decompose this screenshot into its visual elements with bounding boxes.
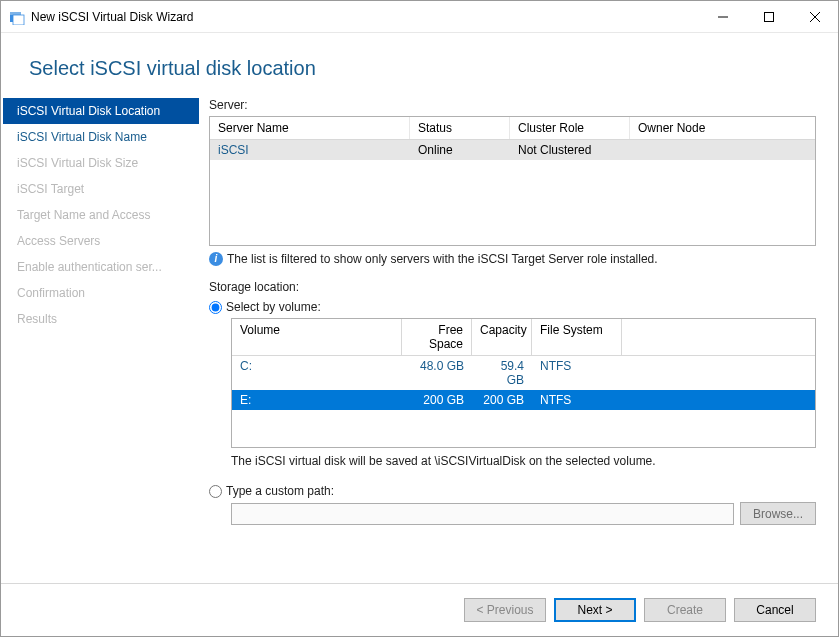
col-free-space[interactable]: Free Space (402, 319, 472, 355)
close-button[interactable] (792, 2, 838, 32)
titlebar: New iSCSI Virtual Disk Wizard (1, 1, 838, 33)
create-button: Create (644, 598, 726, 622)
storage-label: Storage location: (209, 280, 816, 294)
volume-row-e-name: E: (232, 390, 402, 410)
server-row-owner (630, 140, 750, 160)
radio-select-by-volume-label[interactable]: Select by volume: (226, 300, 321, 314)
wizard-body: iSCSI Virtual Disk Location iSCSI Virtua… (1, 98, 838, 583)
col-server-name[interactable]: Server Name (210, 117, 410, 139)
svg-rect-2 (13, 15, 24, 25)
col-file-system[interactable]: File System (532, 319, 622, 355)
server-grid-header: Server Name Status Cluster Role Owner No… (210, 117, 815, 140)
col-owner-node[interactable]: Owner Node (630, 117, 750, 139)
volume-row-e-cap: 200 GB (472, 390, 532, 410)
col-volume[interactable]: Volume (232, 319, 402, 355)
server-filter-info: i The list is filtered to show only serv… (209, 252, 816, 266)
info-icon: i (209, 252, 223, 266)
browse-button: Browse... (740, 502, 816, 525)
step-target-name: Target Name and Access (3, 202, 199, 228)
volume-row-c-cap: 59.4 GB (472, 356, 532, 390)
step-access-servers: Access Servers (3, 228, 199, 254)
volume-row-c-free: 48.0 GB (402, 356, 472, 390)
cancel-button[interactable]: Cancel (734, 598, 816, 622)
svg-rect-4 (765, 12, 774, 21)
step-location[interactable]: iSCSI Virtual Disk Location (3, 98, 199, 124)
step-disk-name[interactable]: iSCSI Virtual Disk Name (3, 124, 199, 150)
volume-row-e-fs: NTFS (532, 390, 622, 410)
volume-row-e[interactable]: E: 200 GB 200 GB NTFS (232, 390, 815, 410)
minimize-button[interactable] (700, 2, 746, 32)
volume-row-c[interactable]: C: 48.0 GB 59.4 GB NTFS (232, 356, 815, 390)
next-button[interactable]: Next > (554, 598, 636, 622)
volume-row-c-name: C: (232, 356, 402, 390)
step-disk-size: iSCSI Virtual Disk Size (3, 150, 199, 176)
server-row-status: Online (410, 140, 510, 160)
radio-custom-path[interactable] (209, 485, 222, 498)
wizard-content: Server: Server Name Status Cluster Role … (201, 98, 838, 583)
radio-select-by-volume-row: Select by volume: (209, 300, 816, 314)
volume-grid[interactable]: Volume Free Space Capacity File System C… (231, 318, 816, 448)
step-iscsi-target: iSCSI Target (3, 176, 199, 202)
volume-hint: The iSCSI virtual disk will be saved at … (231, 454, 816, 468)
step-confirmation: Confirmation (3, 280, 199, 306)
volume-grid-header: Volume Free Space Capacity File System (232, 319, 815, 356)
server-row[interactable]: iSCSI Online Not Clustered (210, 140, 815, 160)
server-grid[interactable]: Server Name Status Cluster Role Owner No… (209, 116, 816, 246)
server-row-cluster: Not Clustered (510, 140, 630, 160)
step-auth: Enable authentication ser... (3, 254, 199, 280)
info-text: The list is filtered to show only server… (227, 252, 658, 266)
volume-row-c-fs: NTFS (532, 356, 622, 390)
server-label: Server: (209, 98, 816, 112)
radio-custom-path-label[interactable]: Type a custom path: (226, 484, 334, 498)
col-status[interactable]: Status (410, 117, 510, 139)
page-title: Select iSCSI virtual disk location (1, 33, 838, 98)
wizard-icon (9, 9, 25, 25)
radio-select-by-volume[interactable] (209, 301, 222, 314)
window-controls (700, 2, 838, 32)
step-results: Results (3, 306, 199, 332)
col-cluster-role[interactable]: Cluster Role (510, 117, 630, 139)
wizard-steps: iSCSI Virtual Disk Location iSCSI Virtua… (1, 98, 201, 583)
wizard-footer: < Previous Next > Create Cancel (1, 583, 838, 636)
radio-custom-path-row: Type a custom path: (209, 484, 816, 498)
server-row-name: iSCSI (210, 140, 410, 160)
volume-row-e-free: 200 GB (402, 390, 472, 410)
window-title: New iSCSI Virtual Disk Wizard (31, 10, 700, 24)
svg-rect-1 (10, 12, 21, 15)
previous-button: < Previous (464, 598, 546, 622)
maximize-button[interactable] (746, 2, 792, 32)
custom-path-row: Browse... (231, 502, 816, 525)
custom-path-input (231, 503, 734, 525)
col-capacity[interactable]: Capacity (472, 319, 532, 355)
